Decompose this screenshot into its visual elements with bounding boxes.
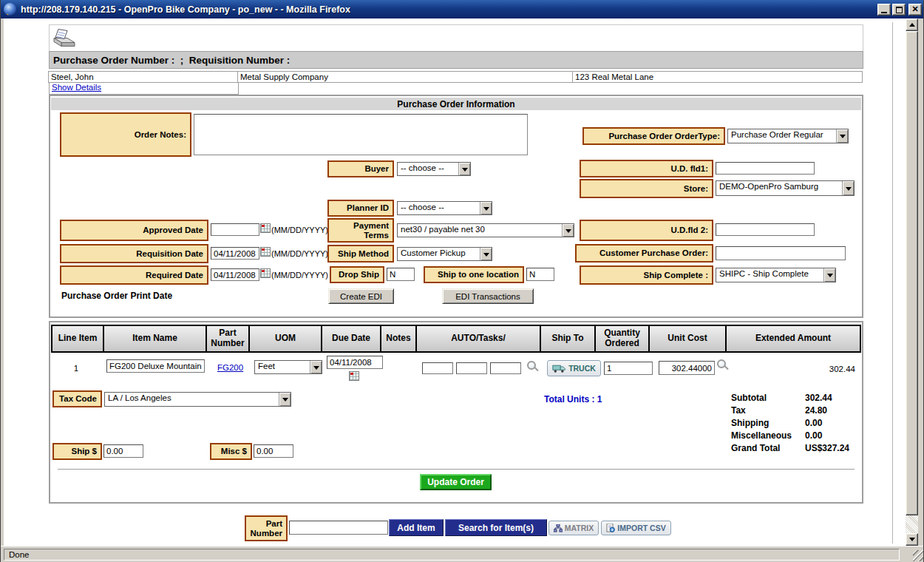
required-date-input[interactable] xyxy=(211,268,259,281)
maximize-button[interactable] xyxy=(892,4,906,16)
unit-cost-input[interactable] xyxy=(659,361,715,375)
arrow-up-icon xyxy=(909,20,915,27)
po-number-header: Purchase Order Number : ; Requisition Nu… xyxy=(49,51,863,69)
item-name-input[interactable] xyxy=(106,359,205,373)
ship-amount-input[interactable] xyxy=(103,444,143,458)
uom-select[interactable]: Feet xyxy=(254,360,322,374)
col-notes: Notes xyxy=(381,326,417,351)
chevron-down-icon xyxy=(842,181,854,195)
drop-ship-label: Drop Ship xyxy=(330,266,384,283)
ship-method-select[interactable]: Customer Pickup xyxy=(397,247,492,261)
col-auto-tasks: AUTO/Tasks/ xyxy=(417,326,541,351)
chevron-down-icon xyxy=(823,268,835,282)
store-select[interactable]: DEMO-OpenPro Samburg xyxy=(716,180,855,196)
part-number-link[interactable]: FG200 xyxy=(217,363,243,372)
date-format-hint: (MM/DD/YYYY) xyxy=(271,249,328,258)
calendar-icon[interactable] xyxy=(260,247,271,257)
vertical-scrollbar[interactable] xyxy=(906,18,918,546)
col-unit-cost: Unit Cost xyxy=(650,326,727,351)
date-format-hint: (MM/DD/YYYY) xyxy=(271,226,328,234)
calendar-icon[interactable] xyxy=(260,223,271,233)
search-items-button[interactable]: Search for Item(s) xyxy=(445,519,547,536)
ud-fld1-input[interactable] xyxy=(716,162,815,175)
ship-one-location-input[interactable] xyxy=(526,268,554,281)
chevron-down-icon xyxy=(480,248,492,260)
chevron-down-icon xyxy=(836,129,848,143)
col-due-date: Due Date xyxy=(322,326,381,351)
ship-to-truck-button[interactable]: TRUCK xyxy=(547,360,601,376)
required-date-label: Required Date xyxy=(60,265,208,285)
order-notes-textarea[interactable] xyxy=(194,114,528,155)
ship-complete-select[interactable]: SHIPC - Ship Complete xyxy=(716,268,836,282)
firefox-icon xyxy=(4,3,16,16)
search-icon[interactable] xyxy=(717,359,726,368)
col-line-item: Line Item xyxy=(52,326,104,351)
update-order-button[interactable]: Update Order xyxy=(420,474,492,490)
edi-transactions-button[interactable]: EDI Transactions xyxy=(442,288,534,304)
customer-po-input[interactable] xyxy=(716,246,846,260)
maximize-icon xyxy=(896,7,903,13)
drop-ship-input[interactable] xyxy=(387,268,415,281)
order-type-select[interactable]: Purchase Order Regular xyxy=(727,129,849,143)
printer-icon[interactable] xyxy=(52,27,76,49)
shipping-label: Shipping xyxy=(731,418,805,430)
auto-task-input-3[interactable] xyxy=(490,362,521,374)
vendor-row: Steel, John Metal Supply Company 123 Rea… xyxy=(49,71,863,83)
tax-code-select[interactable]: LA / Los Angeles xyxy=(104,392,291,407)
order-type-label: Purchase Order OrderType: xyxy=(582,127,725,145)
misc-amount-input[interactable] xyxy=(254,444,293,458)
col-quantity-ordered: Quantity Ordered xyxy=(596,326,650,351)
status-bar: Done xyxy=(1,546,924,562)
footer-part-number-input[interactable] xyxy=(289,521,388,535)
tax-label: Tax xyxy=(731,405,805,418)
subtotal-value: 302.44 xyxy=(805,393,832,405)
import-csv-button[interactable]: IMPORT CSV xyxy=(601,521,671,535)
requisition-date-input[interactable] xyxy=(211,247,259,260)
show-details-link[interactable]: Show Details xyxy=(52,83,101,92)
search-icon[interactable] xyxy=(527,361,536,370)
tax-value: 24.80 xyxy=(805,405,827,418)
minimize-button[interactable] xyxy=(877,4,891,16)
auto-task-input-1[interactable] xyxy=(422,362,453,374)
grand-total-value: US$327.24 xyxy=(805,443,849,456)
divider xyxy=(58,469,855,470)
ship-method-label: Ship Method xyxy=(327,245,394,263)
miscellaneous-label: Miscellaneous xyxy=(731,430,805,443)
title-bar: http://208.179.140.215 - OpenPro Bike Co… xyxy=(1,0,924,18)
scroll-up-button[interactable] xyxy=(906,18,918,31)
create-edi-button[interactable]: Create EDI xyxy=(328,288,394,304)
po-info-section: Purchase Order Information Order Notes: … xyxy=(49,95,863,318)
calendar-icon[interactable] xyxy=(260,268,271,278)
due-date-input[interactable] xyxy=(327,356,383,369)
ud-fld2-input[interactable] xyxy=(716,223,815,236)
customer-po-label: Customer Purchase Order: xyxy=(575,244,713,263)
chevron-down-icon xyxy=(279,393,291,406)
scrollbar-thumb[interactable] xyxy=(906,31,918,515)
vendor-company: Metal Supply Company xyxy=(237,71,573,83)
extended-amount: 302.44 xyxy=(733,365,855,373)
add-item-button[interactable]: Add Item xyxy=(389,519,444,536)
po-info-title: Purchase Order Information xyxy=(51,98,861,110)
chevron-down-icon xyxy=(480,202,492,214)
buyer-select[interactable]: -- choose -- xyxy=(397,162,471,176)
po-header-region: Purchase Order Number : ; Requisition Nu… xyxy=(49,24,863,95)
auto-task-input-2[interactable] xyxy=(456,362,487,374)
approved-date-input[interactable] xyxy=(211,223,259,236)
document-area: Purchase Order Number : ; Requisition Nu… xyxy=(4,18,906,546)
tax-code-label: Tax Code xyxy=(52,390,102,407)
resize-grip[interactable] xyxy=(913,550,924,561)
vendor-address: 123 Real Metal Lane xyxy=(572,71,863,83)
minimize-icon xyxy=(881,12,887,13)
quantity-input[interactable] xyxy=(604,362,653,375)
matrix-button[interactable]: MATRIX xyxy=(548,521,599,535)
col-extended-amount: Extended Amount xyxy=(727,326,860,351)
grand-total-label: Grand Total xyxy=(731,443,805,456)
col-item-name: Item Name xyxy=(104,326,207,351)
scroll-down-button[interactable] xyxy=(906,533,918,546)
planner-select[interactable]: -- choose -- xyxy=(397,201,492,215)
close-button[interactable]: ✕ xyxy=(908,4,922,16)
import-csv-icon xyxy=(606,524,615,532)
calendar-icon[interactable] xyxy=(349,371,359,381)
line-items-section: Line Item Item Name Part Number UOM Due … xyxy=(49,321,863,504)
payment-terms-select[interactable]: net30 / payable net 30 xyxy=(397,223,574,237)
